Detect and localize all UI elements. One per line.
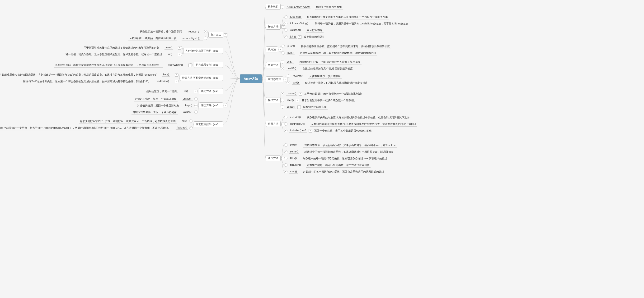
collapse-toggle[interactable]: [204, 36, 207, 40]
leaf-text: 对数组中的每一项运行给定函数。这个方法没有返回值: [306, 163, 370, 168]
leaf-text: 当前数组内部，将指定位置的成员复制到其他位置（会覆盖原有成员），然后返回当前数组…: [54, 63, 163, 68]
leaf-text: 接收任意数量的参数，把它们逐个添加到数组末尾，并返回修改后数组的长度: [300, 44, 391, 49]
collapse-toggle[interactable]: [204, 30, 207, 33]
collapse-toggle[interactable]: [284, 35, 288, 38]
branch-node[interactable]: 组内成员复制（es6）: [194, 62, 223, 68]
expand-note[interactable]: [308, 129, 312, 133]
expand-note[interactable]: [178, 53, 181, 56]
collapse-toggle[interactable]: [284, 129, 288, 132]
expand-note[interactable]: [298, 35, 302, 39]
leaf-text: flatMap(): [176, 126, 188, 130]
collapse-toggle[interactable]: [284, 15, 288, 18]
leaf-text: 使用给定值，填充一个数组: [145, 89, 178, 94]
leaf-text: 对键名的遍历，返回一个遍历器对象: [134, 97, 178, 102]
branch-node[interactable]: 嵌套数组拉平（es6）: [194, 121, 223, 127]
leaf-text: Array.isArray(value): [286, 5, 310, 9]
expand-note[interactable]: [298, 92, 302, 96]
collapse-toggle[interactable]: [284, 28, 288, 32]
leaf-text: 从数组的第一项开始，逐个遍历 到后: [139, 29, 183, 34]
leaf-text: reverse(): [292, 74, 304, 78]
leaf-text: 从数组的末尾开始向前查找,返回要查找的项在数组中的位置，或者在没找到的情况下返回…: [310, 122, 417, 127]
collapse-toggle[interactable]: [281, 60, 284, 64]
branch-node[interactable]: 操作方法: [266, 97, 280, 103]
expand-note[interactable]: [284, 78, 288, 81]
leaf-text: 返回一个布尔值，表示某个数组是否包含给定的值: [313, 129, 373, 133]
collapse-toggle[interactable]: [194, 97, 198, 101]
branch-node[interactable]: 检测数组: [266, 4, 280, 10]
branch-node[interactable]: 重排序方法: [266, 76, 283, 82]
expand-note[interactable]: [282, 25, 285, 29]
collapse-toggle[interactable]: [194, 111, 198, 114]
collapse-toggle[interactable]: [287, 74, 290, 78]
branch-node[interactable]: 栈方法: [266, 46, 278, 52]
leaf-text: forEach(): [289, 163, 302, 167]
expand-note[interactable]: [175, 80, 178, 83]
collapse-toggle[interactable]: [189, 120, 192, 123]
collapse-toggle[interactable]: [284, 22, 288, 25]
collapse-toggle[interactable]: [281, 5, 284, 8]
collapse-toggle[interactable]: [284, 122, 288, 126]
expand-note[interactable]: [224, 104, 228, 107]
leaf-text: join(): [289, 35, 297, 39]
leaf-text: 对键值对的遍历，返回一个遍历器对象: [132, 110, 178, 115]
leaf-text: 判断某个值是否为数组: [315, 5, 343, 9]
collapse-toggle[interactable]: [282, 51, 285, 54]
leaf-text: push(): [286, 44, 296, 48]
leaf-text: unshift(): [286, 66, 297, 70]
expand-note[interactable]: [298, 106, 301, 109]
collapse-toggle[interactable]: [284, 150, 288, 153]
leaf-text: concat(): [286, 92, 297, 96]
leaf-text: copyWithin(): [167, 63, 184, 67]
leaf-text: 对键值的遍历，返回一个遍历器对象: [136, 103, 180, 108]
collapse-toggle[interactable]: [281, 92, 284, 95]
leaf-text: every(): [289, 143, 299, 147]
expand-note[interactable]: [188, 64, 192, 67]
leaf-text: sort(): [292, 81, 300, 85]
collapse-toggle[interactable]: [281, 105, 284, 109]
expand-note[interactable]: [296, 99, 299, 102]
collapse-toggle[interactable]: [189, 126, 192, 130]
collapse-toggle[interactable]: [284, 157, 288, 160]
branch-node[interactable]: 遍历方法（es6）: [199, 102, 223, 108]
leaf-text: 对数组中的每一项运行给定函数，返回该函数会返回 true 的项组成的数组: [302, 156, 388, 161]
collapse-toggle[interactable]: [284, 144, 288, 147]
collapse-toggle[interactable]: [281, 67, 284, 70]
branch-node[interactable]: 各种值转为真正的数组（es6）: [183, 48, 223, 54]
collapse-toggle[interactable]: [284, 116, 288, 119]
collapse-toggle[interactable]: [284, 170, 288, 173]
collapse-toggle[interactable]: [281, 99, 284, 102]
leaf-text: 改变输出的分隔符: [303, 35, 326, 39]
branch-node[interactable]: 填充方法（es6）: [199, 88, 223, 94]
leaf-text: lastIndexOf(): [289, 122, 306, 126]
leaf-text: 取得每一项的值，调用的是每一项的 toLocaleString()方法，而不是 …: [314, 21, 409, 26]
leaf-text: 从数组末尾移除后一项，减少数组的 length 值，然后返回移除的项: [299, 51, 377, 55]
expand-note[interactable]: [175, 73, 178, 77]
leaf-text: 对数组中的每一项运行给定函数，如果该函数对每一项都返回 true，则返回 tru…: [303, 143, 397, 148]
collapse-toggle[interactable]: [194, 104, 198, 107]
branch-node[interactable]: 队列方法: [266, 62, 280, 68]
expand-note[interactable]: [194, 90, 197, 93]
leaf-text: reduceRight（）: [182, 36, 203, 41]
leaf-text: indexOf(): [289, 115, 302, 119]
expand-note[interactable]: [178, 46, 181, 50]
leaf-text: 基于当前数 组中的所有项创建一个新数组(浅复制): [303, 92, 362, 96]
leaf-text: fill(): [183, 89, 189, 93]
collapse-toggle[interactable]: [284, 163, 288, 167]
branch-node[interactable]: 迭代方法: [266, 155, 280, 161]
leaf-text: values(): [182, 110, 193, 114]
leaf-text: splice(): [286, 105, 296, 109]
leaf-text: of(): [167, 52, 173, 56]
expand-note[interactable]: [224, 33, 228, 37]
branch-node[interactable]: 转换方法: [266, 24, 280, 30]
leaf-text: shift(): [286, 60, 294, 64]
leaf-text: 用于找出第一个符合条件的数组成员。它的参数是一个回调函数，所有数组成员依次执行该…: [0, 73, 158, 77]
branch-node[interactable]: 归并方法: [208, 32, 223, 38]
collapse-toggle[interactable]: [287, 81, 290, 84]
branch-node[interactable]: 检索方法 可检测数组对象（es6）: [180, 75, 223, 81]
collapse-toggle[interactable]: [282, 45, 285, 48]
branch-node[interactable]: 位置方法: [266, 121, 280, 127]
leaf-text: 用于将两类对象转为真正的数组：类似数组的对象和可遍历的对象: [82, 45, 160, 50]
root-node[interactable]: Array方法: [240, 74, 262, 83]
leaf-text: flat(): [181, 119, 188, 123]
expand-note[interactable]: [279, 48, 282, 51]
